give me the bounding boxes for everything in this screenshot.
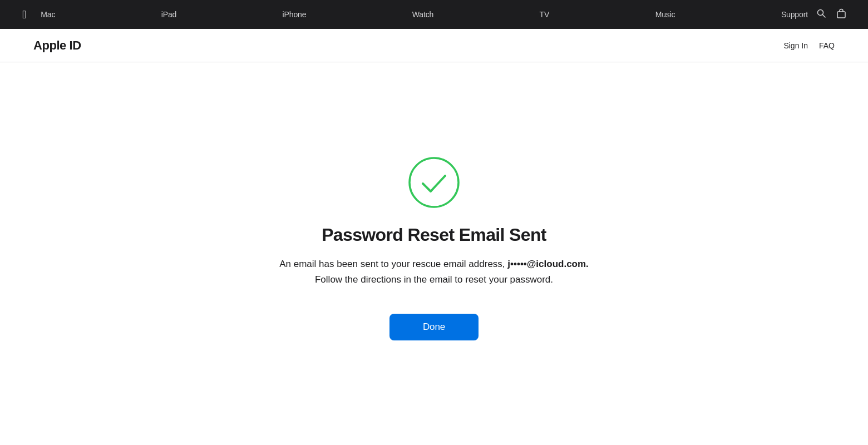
success-checkmark-icon	[407, 156, 461, 209]
sign-in-link[interactable]: Sign In	[783, 41, 808, 50]
nav-item-iphone[interactable]: iPhone	[274, 10, 315, 19]
main-content: Password Reset Email Sent An email has b…	[0, 62, 868, 445]
nav-item-music[interactable]: Music	[647, 10, 684, 19]
nav-utility-icons	[817, 8, 846, 21]
search-icon[interactable]	[817, 9, 826, 20]
done-button[interactable]: Done	[389, 314, 479, 340]
apple-logo-icon[interactable]: 	[22, 8, 26, 21]
faq-link[interactable]: FAQ	[819, 41, 835, 50]
top-navigation:  Mac iPad iPhone Watch TV Music Support	[0, 0, 868, 29]
sub-header-links: Sign In FAQ	[783, 41, 835, 50]
apple-id-title: Apple ID	[33, 38, 81, 53]
description-prefix: An email has been sent to your rescue em…	[279, 259, 507, 269]
bag-icon[interactable]	[837, 8, 846, 21]
description-suffix: Follow the directions in the email to re…	[315, 274, 553, 285]
nav-item-mac[interactable]: Mac	[32, 10, 64, 19]
sub-header: Apple ID Sign In FAQ	[0, 29, 868, 62]
nav-item-tv[interactable]: TV	[531, 10, 559, 19]
page-title: Password Reset Email Sent	[322, 225, 546, 245]
svg-point-3	[410, 158, 458, 207]
description-text: An email has been sent to your rescue em…	[278, 256, 590, 286]
email-address: j•••••@icloud.com.	[507, 259, 589, 269]
top-nav-list: Mac iPad iPhone Watch TV Music Support	[32, 9, 817, 19]
svg-rect-2	[837, 12, 845, 18]
nav-item-watch[interactable]: Watch	[403, 10, 442, 19]
nav-item-support[interactable]: Support	[772, 10, 817, 19]
svg-line-1	[823, 15, 826, 18]
nav-item-ipad[interactable]: iPad	[152, 10, 185, 19]
